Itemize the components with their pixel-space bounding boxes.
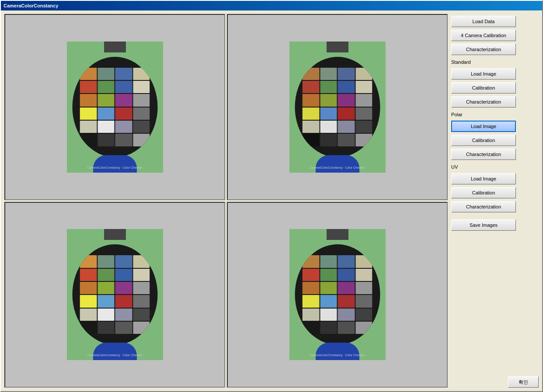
uv-calibration-button[interactable]: Calibration (451, 187, 516, 198)
camera-calibration-button[interactable]: 4 Camera Calibration (451, 30, 516, 41)
color-cell (320, 322, 337, 334)
label-4: CameraColorConstancy · Color Checker (310, 354, 365, 357)
confirm-button[interactable]: 확인 (508, 376, 539, 388)
color-cell (80, 269, 97, 281)
polar-characterization-button[interactable]: Characterization (451, 149, 516, 160)
color-cell (133, 121, 150, 133)
color-cell (80, 94, 97, 106)
color-cell (97, 295, 115, 307)
uv-characterization-button[interactable]: Characterization (451, 201, 516, 212)
chart-bg-4: CameraColorConstancy · Color Checker (289, 229, 386, 360)
color-cell (80, 295, 97, 307)
color-cell (338, 81, 355, 93)
color-cell (303, 68, 320, 80)
chart-bg-1: CameraColorConstancy · Color Checker (67, 42, 163, 173)
color-cell (355, 81, 372, 93)
color-cell (80, 282, 97, 294)
color-cell (80, 255, 97, 267)
polar-load-image-button[interactable]: Load Image (451, 121, 516, 132)
image-panel-4: CameraColorConstancy · Color Checker (227, 202, 448, 388)
color-cell (97, 255, 115, 267)
circle-1 (72, 57, 157, 157)
chart-bg-3: CameraColorConstancy · Color Checker (67, 229, 163, 360)
standard-load-image-button[interactable]: Load Image (451, 68, 516, 80)
color-cell (115, 295, 132, 307)
color-cell (303, 81, 320, 93)
color-cell (80, 68, 97, 80)
uv-label: UV (451, 164, 539, 170)
color-cell (355, 282, 372, 294)
chart-bg-2: CameraColorConstancy · Color Checker (289, 42, 386, 173)
color-cell (320, 94, 337, 106)
circle-3 (72, 244, 157, 345)
color-cell (115, 121, 132, 133)
color-cell (133, 282, 150, 294)
tape-3 (104, 229, 126, 240)
color-cell (320, 81, 337, 93)
polar-label: Polar (451, 112, 539, 117)
image-panel-3: CameraColorConstancy · Color Checker (4, 202, 225, 388)
color-cell (338, 121, 355, 133)
save-images-button[interactable]: Save Images (451, 219, 516, 231)
tape-1 (104, 42, 126, 52)
person-2 (316, 155, 359, 173)
main-window: CameraColorConstancy CameraColorConstanc… (0, 0, 543, 392)
circle-4 (295, 244, 380, 345)
color-cell (97, 322, 115, 334)
color-grid-4 (303, 255, 372, 334)
color-cell (133, 322, 150, 334)
color-cell (355, 295, 372, 307)
color-cell (338, 322, 355, 334)
color-cell (80, 322, 97, 334)
color-cell (115, 68, 132, 80)
characterization-top-button[interactable]: Characterization (451, 44, 516, 55)
color-cell (97, 309, 115, 321)
color-cell (303, 309, 320, 321)
person-1 (93, 155, 137, 173)
color-cell (97, 81, 115, 93)
color-cell (303, 282, 320, 294)
color-cell (320, 295, 337, 307)
standard-characterization-button[interactable]: Characterization (451, 96, 516, 108)
color-cell (115, 81, 132, 93)
color-cell (115, 269, 132, 281)
color-cell (355, 134, 372, 146)
color-cell (320, 269, 337, 281)
color-cell (97, 108, 115, 120)
color-cell (303, 108, 320, 120)
color-cell (320, 309, 337, 321)
uv-load-image-button[interactable]: Load Image (451, 173, 516, 184)
color-cell (320, 134, 337, 146)
polar-calibration-button[interactable]: Calibration (451, 135, 516, 146)
image-panel-1: CameraColorConstancy · Color Checker (4, 14, 225, 200)
color-cell (355, 309, 372, 321)
color-cell (115, 309, 132, 321)
color-cell (133, 134, 150, 146)
tape-4 (327, 229, 348, 240)
color-cell (303, 295, 320, 307)
color-cell (80, 108, 97, 120)
image-panel-2: CameraColorConstancy · Color Checker (227, 14, 448, 200)
label-2: CameraColorConstancy · Color Checker (310, 166, 365, 169)
color-cell (97, 282, 115, 294)
color-cell (133, 81, 150, 93)
standard-calibration-button[interactable]: Calibration (451, 82, 516, 94)
load-data-button[interactable]: Load Data (451, 16, 516, 27)
color-cell (355, 255, 372, 267)
color-cell (355, 269, 372, 281)
color-cell (338, 134, 355, 146)
color-cell (80, 81, 97, 93)
color-cell (97, 94, 115, 106)
color-cell (320, 282, 337, 294)
standard-label: Standard (451, 59, 539, 65)
label-1: CameraColorConstancy · Color Checker (87, 166, 142, 169)
color-cell (338, 309, 355, 321)
color-cell (320, 255, 337, 267)
color-cell (97, 68, 115, 80)
color-grid-2 (303, 68, 372, 146)
color-cell (80, 134, 97, 146)
color-cell (338, 255, 355, 267)
color-grid-1 (80, 68, 150, 146)
color-cell (133, 269, 150, 281)
color-cell (355, 108, 372, 120)
